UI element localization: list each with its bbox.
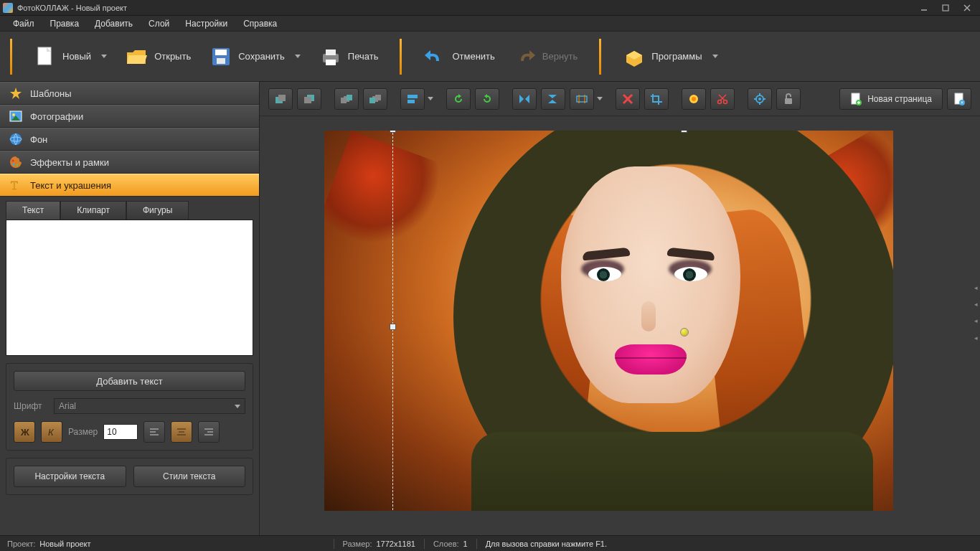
page-add-icon [850, 93, 862, 105]
to-front-button[interactable] [334, 88, 359, 110]
sidebar-item-photos[interactable]: Фотографии [0, 105, 259, 128]
align-right-button[interactable] [198, 421, 220, 443]
status-size-value: 1772x1181 [376, 540, 415, 548]
svg-rect-11 [326, 60, 336, 65]
send-backward-button[interactable] [297, 88, 321, 110]
svg-point-61 [758, 98, 761, 100]
svg-point-14 [12, 113, 15, 116]
svg-marker-12 [10, 88, 22, 99]
resize-handle[interactable] [390, 131, 396, 133]
svg-marker-48 [548, 100, 557, 103]
redo-button[interactable]: Вернуть [507, 41, 585, 72]
statusbar: Проект: Новый проект Размер: 1772x1181 С… [0, 535, 980, 551]
svg-rect-49 [577, 96, 587, 102]
undo-button[interactable]: Отменить [416, 41, 501, 72]
svg-rect-42 [369, 98, 375, 103]
sidebar-item-effects[interactable]: Эффекты и рамки [0, 151, 259, 174]
bring-forward-button[interactable] [268, 88, 293, 110]
maximize-button[interactable] [936, 2, 956, 14]
effects-button[interactable] [682, 88, 706, 110]
svg-marker-45 [519, 95, 524, 103]
chevron-down-icon[interactable] [597, 97, 603, 100]
fit-button[interactable] [570, 88, 594, 110]
align-left-button[interactable] [143, 421, 165, 443]
canvas-viewport[interactable]: ◂◂◂◂ [260, 116, 980, 535]
settings-button[interactable] [748, 88, 772, 110]
flip-v-button[interactable] [541, 88, 565, 110]
menu-help[interactable]: Справка [236, 17, 284, 30]
tab-shapes[interactable]: Фигуры [126, 201, 189, 220]
sidebar-item-label: Эффекты и рамки [30, 157, 109, 168]
svg-point-18 [12, 160, 14, 162]
new-file-icon [34, 45, 57, 68]
menu-layer[interactable]: Слой [141, 17, 176, 30]
minimize-button[interactable] [914, 2, 934, 14]
sidebar-item-text[interactable]: T Текст и украшения [0, 174, 259, 197]
chevron-down-icon [295, 55, 301, 58]
add-text-button[interactable]: Добавить текст [14, 371, 245, 391]
status-layers-value: 1 [463, 540, 468, 548]
align-button[interactable] [400, 88, 425, 110]
page-settings-button[interactable] [947, 88, 971, 110]
font-label: Шрифт [14, 401, 48, 411]
flip-h-button[interactable] [512, 88, 537, 110]
menu-add[interactable]: Добавить [88, 17, 140, 30]
size-field[interactable]: 10 [103, 424, 138, 440]
sidebar-item-background[interactable]: Фон [0, 128, 259, 151]
crop-button[interactable] [644, 88, 669, 110]
sidebar-item-label: Текст и украшения [30, 180, 111, 191]
open-button[interactable]: Открыть [118, 41, 198, 72]
window-title: ФотоКОЛЛАЖ - Новый проект [17, 4, 127, 12]
main-toolbar: Новый Открыть Сохранить Печать Отме [0, 32, 980, 82]
print-icon [319, 45, 342, 68]
globe-icon [9, 132, 23, 146]
rotate-left-button[interactable] [446, 88, 471, 110]
new-button[interactable]: Новый [27, 41, 114, 72]
chevron-down-icon[interactable] [428, 97, 433, 100]
delete-button[interactable] [616, 88, 640, 110]
lock-button[interactable] [776, 88, 801, 110]
cut-button[interactable] [710, 88, 735, 110]
toolbar-separator [10, 39, 12, 75]
chevron-down-icon [235, 405, 240, 408]
tab-text[interactable]: Текст [6, 201, 60, 220]
menu-settings[interactable]: Настройки [178, 17, 235, 30]
status-layers-label: Слоев: [433, 540, 459, 548]
toolbar-separator [400, 39, 402, 75]
box-icon [623, 45, 646, 68]
menu-edit[interactable]: Правка [43, 17, 87, 30]
text-settings-button[interactable]: Настройки текста [14, 466, 126, 487]
text-styles-button[interactable]: Стили текста [133, 466, 246, 487]
text-preview [6, 220, 253, 356]
menu-file[interactable]: Файл [6, 17, 42, 30]
status-project-label: Проект: [7, 540, 35, 548]
sidebar-item-templates[interactable]: Шаблоны [0, 82, 259, 105]
svg-point-16 [10, 133, 22, 145]
canvas[interactable] [324, 131, 893, 511]
font-select[interactable]: Arial [54, 398, 245, 414]
svg-rect-34 [278, 95, 286, 101]
sidebar-item-label: Фон [30, 134, 47, 145]
undo-icon [423, 45, 446, 68]
rotate-right-button[interactable] [475, 88, 499, 110]
resize-handle[interactable] [390, 324, 396, 330]
text-icon: T [9, 178, 23, 192]
save-button[interactable]: Сохранить [202, 41, 308, 72]
to-back-button[interactable] [363, 88, 387, 110]
close-button[interactable] [957, 2, 977, 14]
photo-icon [9, 109, 23, 123]
svg-text:К: К [48, 427, 55, 437]
italic-button[interactable]: К [41, 421, 62, 443]
new-page-button[interactable]: Новая страница [839, 88, 943, 110]
svg-rect-8 [217, 58, 225, 64]
programs-button[interactable]: Программы [616, 41, 725, 72]
panel-collapse-handle[interactable]: ◂◂◂◂ [974, 284, 979, 342]
star-icon [9, 86, 23, 100]
bold-button[interactable]: Ж [14, 421, 35, 443]
svg-text:Ж: Ж [20, 427, 29, 437]
tab-clipart[interactable]: Клипарт [60, 201, 126, 220]
align-center-button[interactable] [171, 421, 192, 443]
print-button[interactable]: Печать [312, 41, 386, 72]
toolbar-separator [599, 39, 601, 75]
status-project-value: Новый проект [39, 540, 90, 548]
